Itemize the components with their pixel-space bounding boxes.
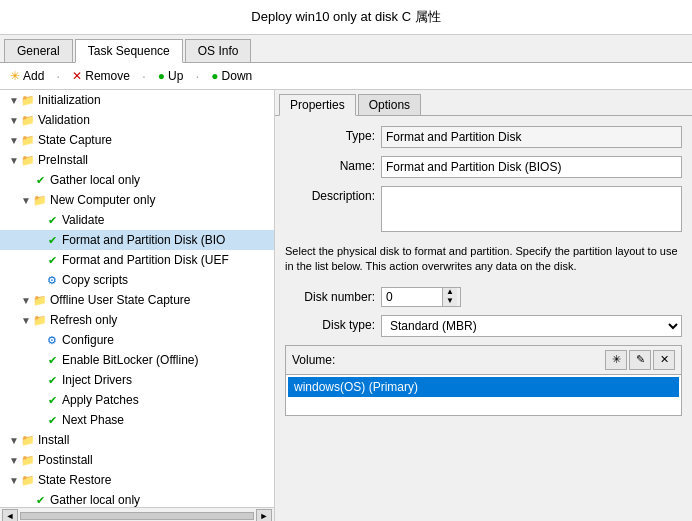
tree-item-label: Refresh only	[50, 313, 117, 327]
expand-icon[interactable]: ▼	[8, 435, 20, 446]
expand-icon[interactable]: ▼	[8, 455, 20, 466]
tree-item[interactable]: ▼📁Refresh only	[0, 310, 274, 330]
disk-type-select[interactable]: Standard (MBR) GPT	[381, 315, 682, 337]
expand-icon[interactable]: ▼	[20, 315, 32, 326]
disk-number-label: Disk number:	[285, 287, 375, 304]
tree-item[interactable]: ▼📁Initialization	[0, 90, 274, 110]
toolbar: ✳ Add · ✕ Remove · ● Up · ● Down	[0, 63, 692, 90]
disk-number-spinbox[interactable]: ▲ ▼	[381, 287, 461, 307]
props-tabs: Properties Options	[275, 90, 692, 116]
name-label: Name:	[285, 156, 375, 173]
left-panel: ▼📁Initialization▼📁Validation▼📁State Capt…	[0, 90, 275, 521]
type-input[interactable]	[381, 126, 682, 148]
tree-item[interactable]: ✔Apply Patches	[0, 390, 274, 410]
tree-item[interactable]: ▼📁Offline User State Capture	[0, 290, 274, 310]
tree-item[interactable]: ▼📁State Capture	[0, 130, 274, 150]
up-button[interactable]: ● Up	[154, 67, 188, 85]
down-label: Down	[222, 69, 253, 83]
down-icon: ●	[211, 69, 218, 83]
tree-item[interactable]: ✔Gather local only	[0, 170, 274, 190]
tree-item[interactable]: ⚙Configure	[0, 330, 274, 350]
step-icon: ⚙	[44, 332, 60, 348]
tree-item[interactable]: ⚙Copy scripts	[0, 270, 274, 290]
name-input[interactable]	[381, 156, 682, 178]
add-button[interactable]: ✳ Add	[6, 67, 48, 85]
tree-container[interactable]: ▼📁Initialization▼📁Validation▼📁State Capt…	[0, 90, 274, 507]
tree-item[interactable]: ▼📁State Restore	[0, 470, 274, 490]
volume-add-btn[interactable]: ✳	[605, 350, 627, 370]
tree-item-label: Install	[38, 433, 69, 447]
check-icon: ✔	[44, 252, 60, 268]
disk-type-row: Disk type: Standard (MBR) GPT	[285, 315, 682, 337]
tree-item[interactable]: ▼📁New Computer only	[0, 190, 274, 210]
tree-item[interactable]: ✔Format and Partition Disk (UEF	[0, 250, 274, 270]
volume-section: Volume: ✳ ✎ ✕ windows(OS) (Primary)	[285, 345, 682, 416]
check-icon: ✔	[44, 232, 60, 248]
tree-item[interactable]: ✔Enable BitLocker (Offline)	[0, 350, 274, 370]
tree-item[interactable]: ▼📁Install	[0, 430, 274, 450]
folder-icon: 📁	[20, 472, 36, 488]
tree-item[interactable]: ▼📁Postinstall	[0, 450, 274, 470]
description-input[interactable]	[381, 186, 682, 232]
type-row: Type:	[285, 126, 682, 148]
tab-general[interactable]: General	[4, 39, 73, 62]
check-icon: ✔	[44, 372, 60, 388]
expand-icon[interactable]: ▼	[8, 475, 20, 486]
volume-label: Volume:	[292, 353, 335, 367]
tree-item-label: Validate	[62, 213, 104, 227]
tree-item-label: Initialization	[38, 93, 101, 107]
tree-item[interactable]: ✔Gather local only	[0, 490, 274, 507]
tree-item[interactable]: ✔Inject Drivers	[0, 370, 274, 390]
tree-item-label: Gather local only	[50, 173, 140, 187]
description-text: Select the physical disk to format and p…	[285, 240, 682, 279]
expand-icon[interactable]: ▼	[20, 195, 32, 206]
tree-item[interactable]: ▼📁Validation	[0, 110, 274, 130]
volume-delete-btn[interactable]: ✕	[653, 350, 675, 370]
remove-icon: ✕	[72, 69, 82, 83]
tree-item-label: Next Phase	[62, 413, 124, 427]
folder-icon: 📁	[20, 152, 36, 168]
expand-icon[interactable]: ▼	[20, 295, 32, 306]
expand-icon[interactable]: ▼	[8, 135, 20, 146]
remove-label: Remove	[85, 69, 130, 83]
tree-item[interactable]: ▼📁PreInstall	[0, 150, 274, 170]
folder-icon: 📁	[32, 312, 48, 328]
tree-item-label: Apply Patches	[62, 393, 139, 407]
scroll-track[interactable]	[20, 512, 254, 520]
props-content: Type: Name: Description: Select the phys…	[275, 116, 692, 521]
tab-properties[interactable]: Properties	[279, 94, 356, 116]
tab-options[interactable]: Options	[358, 94, 421, 115]
tree-item[interactable]: ✔Validate	[0, 210, 274, 230]
disk-number-input[interactable]	[382, 288, 442, 306]
step-icon: ⚙	[44, 272, 60, 288]
tree-item[interactable]: ✔Format and Partition Disk (BIO	[0, 230, 274, 250]
scroll-left-btn[interactable]: ◄	[2, 509, 18, 522]
scroll-right-btn[interactable]: ►	[256, 509, 272, 522]
volume-edit-btn[interactable]: ✎	[629, 350, 651, 370]
sep3: ·	[195, 68, 199, 84]
title-bar: Deploy win10 only at disk C 属性	[0, 0, 692, 35]
folder-icon: 📁	[32, 292, 48, 308]
spinbox-down-btn[interactable]: ▼	[443, 297, 457, 306]
tree-item-label: Enable BitLocker (Offline)	[62, 353, 199, 367]
tree-item-label: State Restore	[38, 473, 111, 487]
spinbox-buttons: ▲ ▼	[442, 288, 457, 306]
expand-icon[interactable]: ▼	[8, 115, 20, 126]
down-button[interactable]: ● Down	[207, 67, 256, 85]
title-text: Deploy win10 only at disk C 属性	[251, 9, 440, 24]
up-icon: ●	[158, 69, 165, 83]
folder-icon: 📁	[20, 432, 36, 448]
tree-item-label: Format and Partition Disk (BIO	[62, 233, 225, 247]
right-panel: Properties Options Type: Name: Descripti…	[275, 90, 692, 521]
horizontal-scrollbar[interactable]: ◄ ►	[0, 507, 274, 521]
tab-os-info[interactable]: OS Info	[185, 39, 252, 62]
disk-number-row: Disk number: ▲ ▼	[285, 287, 682, 307]
description-label: Description:	[285, 186, 375, 203]
tab-task-sequence[interactable]: Task Sequence	[75, 39, 183, 63]
volume-item[interactable]: windows(OS) (Primary)	[288, 377, 679, 397]
expand-icon[interactable]: ▼	[8, 155, 20, 166]
remove-button[interactable]: ✕ Remove	[68, 67, 134, 85]
tree-item-label: Copy scripts	[62, 273, 128, 287]
expand-icon[interactable]: ▼	[8, 95, 20, 106]
tree-item[interactable]: ✔Next Phase	[0, 410, 274, 430]
